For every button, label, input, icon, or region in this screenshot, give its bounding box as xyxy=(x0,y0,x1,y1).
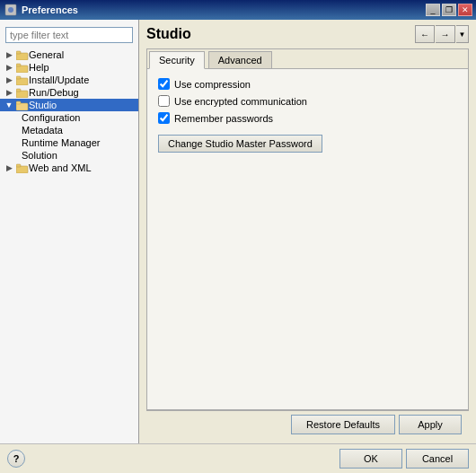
main-container: ▶ General ▶ Help ▶ xyxy=(0,20,476,473)
sidebar-label-general: General xyxy=(29,49,64,60)
bottom-bar: Restore Defaults Apply xyxy=(146,410,469,438)
tab-advanced-label: Advanced xyxy=(218,55,262,66)
close-button[interactable]: ✕ xyxy=(458,4,472,16)
expand-icon-run: ▶ xyxy=(4,87,14,98)
sidebar-item-studio[interactable]: ▼ Studio xyxy=(0,99,138,111)
expand-icon-web: ▶ xyxy=(4,162,14,173)
sidebar-label-install: Install/Update xyxy=(29,74,89,85)
panel-header: Studio ← → ▼ xyxy=(146,25,469,43)
sidebar-item-metadata[interactable]: Metadata xyxy=(0,124,138,136)
nav-arrows: ← → ▼ xyxy=(415,25,469,43)
sidebar-item-help[interactable]: ▶ Help xyxy=(0,61,138,74)
use-compression-row: Use compression xyxy=(158,78,457,90)
back-button[interactable]: ← xyxy=(415,25,435,43)
restore-button[interactable]: ❐ xyxy=(442,4,456,16)
help-button[interactable]: ? xyxy=(7,450,25,468)
sidebar-item-general[interactable]: ▶ General xyxy=(0,48,138,61)
sidebar-item-install-update[interactable]: ▶ Install/Update xyxy=(0,74,138,86)
svg-rect-11 xyxy=(16,101,21,104)
forward-button[interactable]: → xyxy=(436,25,455,43)
window-controls: _ ❐ ✕ xyxy=(426,4,472,16)
sidebar: ▶ General ▶ Help ▶ xyxy=(0,20,139,443)
restore-defaults-button[interactable]: Restore Defaults xyxy=(291,415,395,434)
sidebar-label-web: Web and XML xyxy=(29,162,92,173)
tab-security[interactable]: Security xyxy=(149,51,205,69)
title-bar: Preferences _ ❐ ✕ xyxy=(0,0,476,20)
folder-icon-web xyxy=(16,163,29,173)
remember-passwords-checkbox[interactable] xyxy=(158,112,170,124)
sidebar-label-studio: Studio xyxy=(29,100,57,110)
sidebar-label-configuration: Configuration xyxy=(22,112,80,123)
expand-icon-help: ▶ xyxy=(4,62,14,73)
remember-passwords-label: Remember passwords xyxy=(174,113,273,124)
sidebar-label-metadata: Metadata xyxy=(22,125,63,136)
use-encrypted-label: Use encrypted communication xyxy=(174,96,307,107)
forward-arrow-icon: → xyxy=(441,30,450,39)
cancel-button[interactable]: Cancel xyxy=(406,449,469,469)
window-title: Preferences xyxy=(22,4,426,15)
folder-icon-general xyxy=(16,50,29,60)
back-arrow-icon: ← xyxy=(420,30,429,39)
content-area: ▶ General ▶ Help ▶ xyxy=(0,20,476,443)
sidebar-item-web-and-xml[interactable]: ▶ Web and XML xyxy=(0,162,138,174)
use-compression-label: Use compression xyxy=(174,79,251,90)
filter-input[interactable] xyxy=(5,27,133,43)
use-encrypted-row: Use encrypted communication xyxy=(158,95,457,107)
tab-advanced[interactable]: Advanced xyxy=(208,51,272,68)
svg-rect-9 xyxy=(16,89,21,92)
folder-icon-run xyxy=(16,88,29,98)
sidebar-label-solution: Solution xyxy=(22,150,57,161)
tab-container: Security Advanced Use compression Use en… xyxy=(146,48,469,410)
expand-icon-studio: ▼ xyxy=(4,100,14,110)
preferences-icon xyxy=(4,3,18,17)
sidebar-item-solution[interactable]: Solution xyxy=(0,149,138,162)
footer-bar: ? OK Cancel xyxy=(0,443,476,473)
sidebar-label-help: Help xyxy=(29,62,49,73)
expand-icon-install: ▶ xyxy=(4,74,14,85)
nav-dropdown-button[interactable]: ▼ xyxy=(456,25,469,43)
apply-button[interactable]: Apply xyxy=(399,415,462,434)
tabs-row: Security Advanced xyxy=(147,49,468,69)
use-encrypted-checkbox[interactable] xyxy=(158,95,170,107)
sidebar-item-runtime-manager[interactable]: Runtime Manager xyxy=(0,136,138,149)
use-compression-checkbox[interactable] xyxy=(158,78,170,90)
expand-icon-general: ▶ xyxy=(4,49,14,60)
change-master-password-button[interactable]: Change Studio Master Password xyxy=(158,135,322,153)
sidebar-label-run: Run/Debug xyxy=(29,87,79,98)
sidebar-item-configuration[interactable]: Configuration xyxy=(0,111,138,124)
svg-rect-13 xyxy=(16,164,21,167)
footer-buttons: OK Cancel xyxy=(339,449,469,469)
right-panel: Studio ← → ▼ Security xyxy=(139,20,476,443)
security-tab-content: Use compression Use encrypted communicat… xyxy=(147,69,468,409)
remember-passwords-row: Remember passwords xyxy=(158,112,457,124)
ok-button[interactable]: OK xyxy=(339,449,402,469)
dropdown-arrow-icon: ▼ xyxy=(459,31,466,39)
folder-icon-help xyxy=(16,63,29,73)
minimize-button[interactable]: _ xyxy=(426,4,440,16)
svg-rect-5 xyxy=(16,64,21,66)
svg-point-1 xyxy=(8,7,13,13)
svg-rect-3 xyxy=(16,51,21,54)
sidebar-item-run-debug[interactable]: ▶ Run/Debug xyxy=(0,86,138,99)
sidebar-label-runtime-manager: Runtime Manager xyxy=(22,137,100,148)
tab-security-label: Security xyxy=(159,55,195,66)
folder-icon-studio xyxy=(16,101,29,110)
folder-icon-install xyxy=(16,75,29,85)
panel-title-text: Studio xyxy=(146,26,191,42)
svg-rect-7 xyxy=(16,76,21,79)
